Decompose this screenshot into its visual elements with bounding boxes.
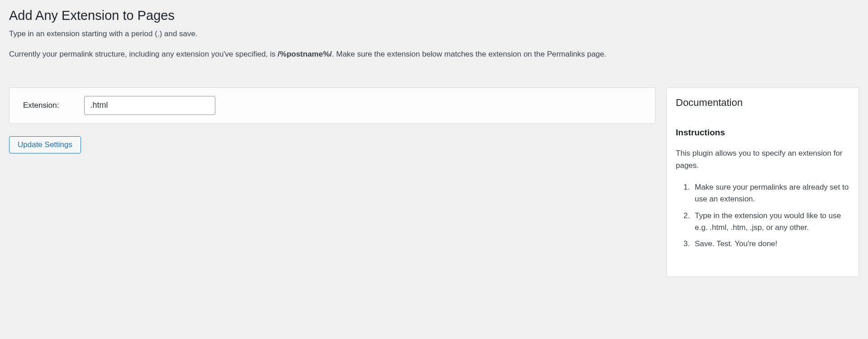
extension-form-box: Extension: <box>9 87 655 123</box>
page-description-2: Currently your permalink structure, incl… <box>9 48 859 60</box>
list-item: Type in the extension you would like to … <box>692 210 849 234</box>
extension-input[interactable] <box>84 96 215 115</box>
permalink-structure-value: /%postname%/ <box>278 50 332 58</box>
list-item: Make sure your permalinks are already se… <box>692 181 849 205</box>
documentation-sidebar: Documentation Instructions This plugin a… <box>666 87 859 277</box>
permalink-desc-suffix: . Make sure the extension below matches … <box>332 50 607 58</box>
page-description-1: Type in an extension starting with a per… <box>9 28 859 40</box>
instructions-intro: This plugin allows you to specify an ext… <box>676 148 849 172</box>
extension-label: Extension: <box>23 101 59 110</box>
update-settings-button[interactable]: Update Settings <box>9 136 81 153</box>
page-title: Add Any Extension to Pages <box>9 0 859 28</box>
permalink-desc-prefix: Currently your permalink structure, incl… <box>9 50 278 58</box>
instructions-subtitle: Instructions <box>676 128 849 138</box>
documentation-title: Documentation <box>676 97 849 109</box>
list-item: Save. Test. You're done! <box>692 238 849 250</box>
main-column: Extension: Update Settings <box>9 87 655 277</box>
instructions-list: Make sure your permalinks are already se… <box>676 181 849 250</box>
